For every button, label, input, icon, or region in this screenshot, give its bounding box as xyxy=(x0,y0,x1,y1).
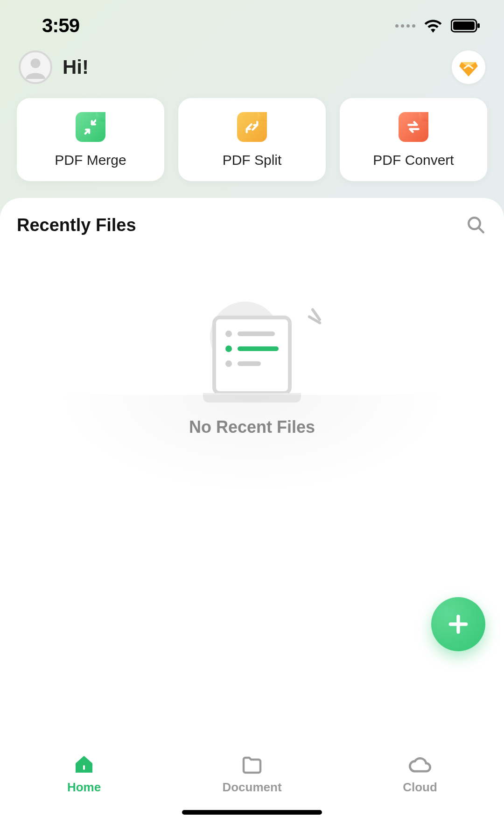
avatar[interactable] xyxy=(19,50,52,84)
empty-state-text: No Recent Files xyxy=(189,417,315,437)
nav-cloud[interactable]: Cloud xyxy=(336,745,504,824)
pdf-convert-label: PDF Convert xyxy=(373,152,454,168)
recent-files-title: Recently Files xyxy=(17,215,136,235)
empty-doc-icon xyxy=(212,316,292,395)
svg-line-7 xyxy=(479,228,483,232)
status-time: 3:59 xyxy=(42,14,79,37)
spark-icon xyxy=(307,311,322,326)
svg-rect-2 xyxy=(477,23,480,28)
diamond-icon xyxy=(458,57,479,77)
pdf-convert-card[interactable]: PDF Convert xyxy=(340,98,487,181)
status-bar: 3:59 xyxy=(0,0,504,42)
add-button[interactable] xyxy=(431,597,485,651)
convert-icon xyxy=(399,112,428,142)
action-row: PDF Merge PDF Split PDF Convert xyxy=(0,93,504,195)
nav-cloud-label: Cloud xyxy=(403,780,437,795)
status-indicators xyxy=(395,19,481,33)
svg-point-6 xyxy=(469,218,480,229)
greeting-text: Hi! xyxy=(63,56,89,78)
merge-icon xyxy=(76,112,105,142)
nav-home-label: Home xyxy=(67,780,101,795)
person-icon xyxy=(24,56,47,79)
split-icon xyxy=(237,112,267,142)
header: Hi! xyxy=(0,42,504,93)
nav-document-label: Document xyxy=(222,780,281,795)
plus-icon xyxy=(447,613,470,636)
pdf-merge-card[interactable]: PDF Merge xyxy=(17,98,164,181)
svg-point-3 xyxy=(31,58,41,68)
svg-rect-10 xyxy=(83,765,85,770)
search-icon xyxy=(466,215,486,235)
battery-icon xyxy=(451,19,481,33)
home-indicator[interactable] xyxy=(182,810,322,815)
cellular-dots-icon xyxy=(395,24,415,28)
pdf-merge-label: PDF Merge xyxy=(55,152,126,168)
home-icon xyxy=(73,753,95,775)
svg-rect-1 xyxy=(453,21,475,30)
cloud-icon xyxy=(408,753,432,775)
empty-state: No Recent Files xyxy=(17,302,487,437)
search-button[interactable] xyxy=(465,214,487,236)
wifi-icon xyxy=(424,19,442,33)
recent-files-panel: Recently Files No Recent Files xyxy=(0,198,504,745)
premium-button[interactable] xyxy=(452,50,485,84)
document-icon xyxy=(241,753,263,775)
nav-home[interactable]: Home xyxy=(0,745,168,824)
pdf-split-card[interactable]: PDF Split xyxy=(178,98,326,181)
pdf-split-label: PDF Split xyxy=(223,152,282,168)
